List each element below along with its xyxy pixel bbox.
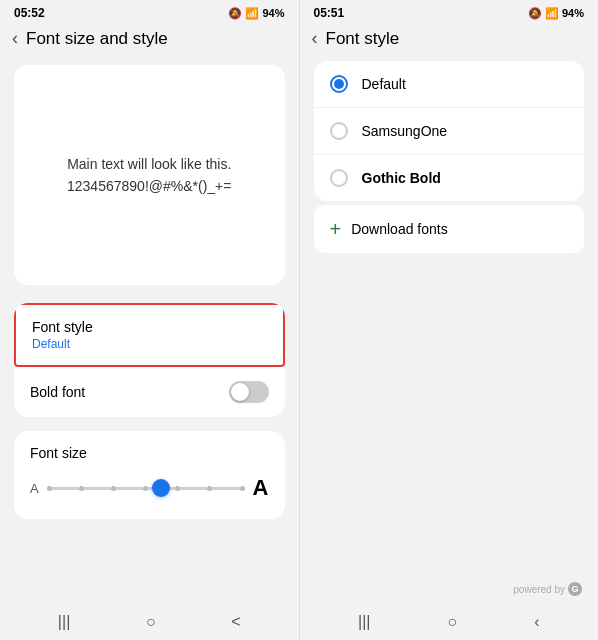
right-nav-header: ‹ Font style <box>300 24 599 57</box>
left-back-nav-icon[interactable]: < <box>231 613 240 631</box>
left-bottom-nav: ||| ○ < <box>0 604 299 640</box>
slider-thumb[interactable] <box>152 479 170 497</box>
silent-icon: 🔕 <box>228 7 242 20</box>
font-style-item[interactable]: Font style Default <box>14 303 285 367</box>
plus-icon: + <box>330 219 342 239</box>
slider-dot-2 <box>79 486 84 491</box>
settings-list: Font style Default Bold font <box>14 303 285 417</box>
font-option-samsungone-label: SamsungOne <box>362 123 448 139</box>
font-option-gothic-bold-label: Gothic Bold <box>362 170 441 186</box>
right-bottom-nav: ||| ○ ‹ <box>300 604 599 640</box>
left-back-icon[interactable]: ‹ <box>12 28 18 49</box>
powered-by-text: powered by <box>513 584 565 595</box>
right-menu-icon[interactable]: ||| <box>358 613 370 631</box>
bold-font-label: Bold font <box>30 384 85 400</box>
left-nav-header: ‹ Font size and style <box>0 24 299 57</box>
download-fonts-label: Download fonts <box>351 221 448 237</box>
right-page-title: Font style <box>326 29 400 49</box>
slider-dots <box>47 486 245 491</box>
bold-font-row: Bold font <box>14 367 285 417</box>
font-size-slider-row: A A <box>30 475 269 501</box>
font-option-samsungone[interactable]: SamsungOne <box>314 108 585 155</box>
radio-default[interactable] <box>330 75 348 93</box>
font-size-section: Font size A A <box>14 431 285 519</box>
font-option-default[interactable]: Default <box>314 61 585 108</box>
right-signal-icon: 📶 <box>545 7 559 20</box>
font-size-slider[interactable] <box>47 487 245 490</box>
slider-dot-6 <box>207 486 212 491</box>
right-panel: 05:51 🔕 📶 94% ‹ Font style Default Samsu… <box>300 0 599 640</box>
left-status-icons: 🔕 📶 94% <box>228 7 284 20</box>
preview-line1: Main text will look like this. <box>67 153 231 175</box>
right-status-icons: 🔕 📶 94% <box>528 7 584 20</box>
slider-dot-3 <box>111 486 116 491</box>
powered-logo: G <box>568 582 582 596</box>
left-menu-icon[interactable]: ||| <box>58 613 70 631</box>
right-silent-icon: 🔕 <box>528 7 542 20</box>
download-fonts-item[interactable]: + Download fonts <box>314 205 585 253</box>
radio-gothic-bold[interactable] <box>330 169 348 187</box>
slider-dot-1 <box>47 486 52 491</box>
right-status-bar: 05:51 🔕 📶 94% <box>300 0 599 24</box>
battery-text: 94% <box>262 7 284 19</box>
slider-dot-7 <box>240 486 245 491</box>
font-option-gothic-bold[interactable]: Gothic Bold <box>314 155 585 201</box>
signal-icon: 📶 <box>245 7 259 20</box>
left-status-bar: 05:52 🔕 📶 94% <box>0 0 299 24</box>
font-option-default-label: Default <box>362 76 406 92</box>
right-time: 05:51 <box>314 6 345 20</box>
slider-dot-4 <box>143 486 148 491</box>
large-a-label: A <box>253 475 269 501</box>
radio-samsungone[interactable] <box>330 122 348 140</box>
font-size-title: Font size <box>30 445 269 461</box>
preview-line2: 1234567890!@#%&*()_+= <box>67 175 231 197</box>
right-home-icon[interactable]: ○ <box>447 613 457 631</box>
left-time: 05:52 <box>14 6 45 20</box>
left-page-title: Font size and style <box>26 29 168 49</box>
right-back-icon[interactable]: ‹ <box>312 28 318 49</box>
powered-by-row: powered by G <box>513 582 582 596</box>
font-style-subtitle: Default <box>32 337 267 351</box>
font-preview-card: Main text will look like this. 123456789… <box>14 65 285 285</box>
font-style-title: Font style <box>32 319 267 335</box>
slider-dot-5 <box>175 486 180 491</box>
right-battery-text: 94% <box>562 7 584 19</box>
right-back-nav-icon[interactable]: ‹ <box>534 613 539 631</box>
small-a-label: A <box>30 481 39 496</box>
font-options-list: Default SamsungOne Gothic Bold <box>314 61 585 201</box>
left-panel: 05:52 🔕 📶 94% ‹ Font size and style Main… <box>0 0 299 640</box>
left-home-icon[interactable]: ○ <box>146 613 156 631</box>
bold-font-toggle[interactable] <box>229 381 269 403</box>
